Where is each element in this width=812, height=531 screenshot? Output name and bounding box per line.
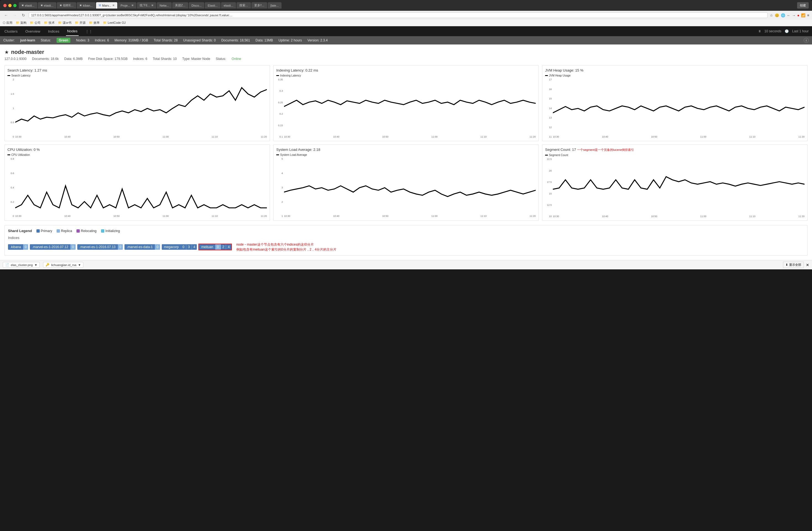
index-shard-primary[interactable]: 4 <box>226 244 231 250</box>
bookmark-leetcode[interactable]: 📁 LeetCode OJ <box>103 21 126 25</box>
index-name[interactable]: meituan <box>199 244 215 250</box>
file-dropdown-2[interactable]: ▼ <box>78 263 81 267</box>
node-type: Type: Master Node <box>182 57 210 61</box>
translate-icon[interactable]: 🌐 <box>781 13 785 17</box>
index-name[interactable]: .marvel-es-data-1 <box>125 244 155 250</box>
chart-legend: CPU Utilization <box>8 153 267 156</box>
index-shard-replica[interactable]: 0 <box>215 244 221 250</box>
opera-icon[interactable]: ● <box>797 13 800 17</box>
star-icon[interactable]: ★ <box>4 49 9 55</box>
file-item-2[interactable]: 🔑 lichuangjian.id_rsa ▼ <box>43 262 83 268</box>
info-icon[interactable]: i <box>804 38 809 43</box>
index-shard-primary[interactable]: 2 <box>221 244 226 250</box>
nav-grid[interactable]: ⋮⋮ <box>84 27 93 36</box>
browser-window: ✖elasti... ✖elasti... ✖创析E... ✖kiban... … <box>0 0 812 269</box>
chart-inner: 22.52017.51512.510 10:3010:4010:5011:001… <box>545 158 804 218</box>
index-shard[interactable]: 0 <box>23 244 28 250</box>
back-button[interactable]: ← <box>3 12 10 18</box>
y-axis: 0.80.60.40.20 <box>8 157 15 218</box>
browser-tab[interactable]: Netw... <box>157 2 172 9</box>
back-nav-icon[interactable]: ← <box>787 13 791 17</box>
menu-icon[interactable]: ≡ <box>807 13 809 17</box>
node-indices: Indices: 6 <box>133 57 147 61</box>
unassigned-shards: Unassigned Shards: 0 <box>183 38 216 42</box>
bookmark-tech[interactable]: 📁 技术 <box>44 21 55 25</box>
node-title: node-master <box>11 49 44 55</box>
browser-tabs: ✖elasti... ✖elasti... ✖创析E... ✖kiban... … <box>19 2 795 9</box>
browser-tab[interactable]: Disco... <box>189 2 204 9</box>
bookmark-apps[interactable]: ⬡ 应用 <box>3 21 12 25</box>
nav-overview[interactable]: Overview <box>24 27 41 36</box>
chart-body: 10:3010:4010:5011:0011:1011:20 <box>15 157 267 218</box>
index-name[interactable]: .marvel-es-1-2016.07.13 <box>77 244 118 250</box>
browser-tab-active[interactable]: MMarv...✖ <box>96 2 117 9</box>
status-label: Status: <box>41 38 51 42</box>
node-meta: 127.0.0.1:9300 Documents: 18.6k Data: 6.… <box>4 57 808 61</box>
bookmark-open[interactable]: 📁 开源 <box>75 21 86 25</box>
forward-button[interactable]: → <box>12 12 18 18</box>
index-shard[interactable]: 3 <box>186 244 192 250</box>
index-shard[interactable]: 0 <box>118 244 123 250</box>
bookmark-book[interactable]: 📁 谋or书 <box>58 21 72 25</box>
browser-tab[interactable]: Elasti... <box>205 2 220 9</box>
nav-indices[interactable]: Indices <box>47 27 60 36</box>
node-shards: Total Shards: 10 <box>153 57 177 61</box>
index-shard[interactable]: 0 <box>181 244 186 250</box>
index-shard[interactable]: 0 <box>70 244 76 250</box>
x-axis: 10:3010:4010:5011:0011:1011:20 <box>284 135 536 138</box>
browser-tab[interactable]: ✖kiban... <box>77 2 95 9</box>
show-all-button[interactable]: ⬇ 显示全部 <box>783 262 804 268</box>
indices-count: Indices: 6 <box>95 38 109 42</box>
profile-icon[interactable]: 😊 <box>775 13 779 17</box>
nav-clusters[interactable]: Clusters <box>3 27 19 36</box>
initializing-swatch <box>101 229 104 233</box>
chart-annotation: 一个segment是一个完备的lucene倒排索引 <box>577 148 634 151</box>
y-axis: 17161514131211 <box>545 78 553 138</box>
bookmark-icon[interactable]: ☆ <box>770 13 773 17</box>
forward-nav-icon[interactable]: → <box>792 13 796 17</box>
browser-tab[interactable]: 搜索... <box>236 2 251 9</box>
browser-tab[interactable]: ✖elasti... <box>38 2 56 9</box>
browser-tab[interactable]: ✖创析E... <box>57 2 76 9</box>
bookmark-arch[interactable]: 📁 架构 <box>16 21 27 25</box>
browser-tab[interactable]: elasti... <box>221 2 236 9</box>
legend-relocating: Relocating <box>76 229 97 233</box>
browser-tab[interactable]: 更多†... <box>251 2 267 9</box>
relocating-swatch <box>76 229 80 233</box>
index-name[interactable]: .marvel-es-1-2016.07.12 <box>30 244 70 250</box>
nodes-count: Nodes: 3 <box>76 38 89 42</box>
app-nav: Clusters Overview Indices Nodes ⋮⋮ <box>3 27 93 36</box>
index-shard[interactable]: 4 <box>192 244 197 250</box>
minimize-dot[interactable] <box>8 4 12 7</box>
browser-tab[interactable]: [late... <box>268 2 281 9</box>
chart-title: Segment Count: 17 一个segment是一个完备的lucene倒… <box>545 148 804 152</box>
bookmark-company[interactable]: 📁 公司 <box>30 21 41 25</box>
index-name[interactable]: megacorp <box>162 244 181 250</box>
browser-tab[interactable]: ✖elasti... <box>19 2 37 9</box>
file-item-1[interactable]: 📄 elas_cluster.png ▼ <box>3 262 40 268</box>
version: Version: 2.3.4 <box>307 38 328 42</box>
browser-tab[interactable]: Proje...✖ <box>118 2 136 9</box>
reload-button[interactable]: ↻ <box>20 12 27 18</box>
close-downloads-button[interactable]: ✕ <box>806 263 809 267</box>
time-range[interactable]: Last 1 hour <box>792 29 809 33</box>
chart-body: 10:3010:4010:5011:0011:1011:20 <box>284 78 536 138</box>
browser-tab[interactable]: 线下E...✖ <box>137 2 157 9</box>
chart-svg <box>15 78 267 135</box>
index-marvel-data: .marvel-es-data-1 0 <box>125 244 160 250</box>
create-button[interactable]: 创建 <box>797 2 809 9</box>
browser-tab[interactable]: 美团Z... <box>172 2 188 9</box>
index-name[interactable]: .kibana <box>8 244 23 250</box>
file-dropdown-1[interactable]: ▼ <box>34 263 38 267</box>
index-shard[interactable]: 0 <box>155 244 160 250</box>
address-bar[interactable]: 127.0.0.1:5601/app/marvel#/nodes/127.0.0… <box>29 12 768 18</box>
indices-row: .kibana 0 .marvel-es-1-2016.07.12 0 .mar… <box>8 242 804 252</box>
pause-icon[interactable]: ⏸ <box>758 29 761 33</box>
bookmark-effect[interactable]: 📁 效率 <box>89 21 100 25</box>
wifi-icon[interactable]: 📶 <box>801 13 806 17</box>
close-dot[interactable] <box>3 4 6 7</box>
maximize-dot[interactable] <box>13 4 17 7</box>
nav-nodes[interactable]: Nodes <box>66 27 79 36</box>
chart-title: JVM Heap Usage: 15 % <box>545 68 804 72</box>
legend-replica: Replica <box>57 229 72 233</box>
